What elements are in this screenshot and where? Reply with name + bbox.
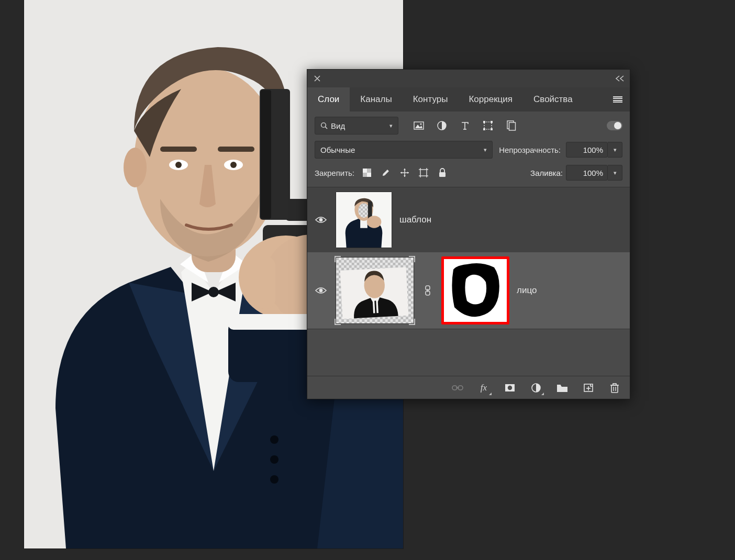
close-icon[interactable]	[313, 74, 322, 83]
visibility-toggle[interactable]	[314, 212, 328, 227]
svg-point-4	[124, 148, 147, 187]
fill-value: 100%	[583, 169, 603, 177]
chevron-down-icon: ▾	[484, 147, 487, 153]
tab-layers[interactable]: Слои	[307, 87, 350, 111]
layer-thumbnail[interactable]	[336, 192, 392, 248]
svg-point-64	[319, 289, 323, 293]
chevron-down-icon: ▾	[614, 147, 617, 153]
layer-name[interactable]: лицо	[517, 285, 537, 296]
svg-rect-53	[439, 172, 446, 177]
filter-text-icon[interactable]	[459, 120, 471, 131]
svg-point-81	[508, 385, 512, 389]
lock-artboard-icon[interactable]	[418, 167, 429, 178]
visibility-toggle[interactable]	[314, 283, 328, 298]
layer-mask-thumbnail[interactable]	[441, 256, 509, 324]
svg-rect-35	[483, 121, 485, 123]
chevron-down-icon: ▾	[389, 122, 393, 129]
opacity-input[interactable]: 100%	[566, 142, 608, 158]
filter-toggle[interactable]	[607, 121, 622, 130]
svg-point-10	[230, 162, 237, 168]
layer-effects-icon[interactable]: fx	[478, 382, 489, 394]
blend-row: Обычные ▾ Непрозрачность: 100% ▾	[307, 138, 630, 162]
lock-row: Закрепить: Заливка:	[307, 162, 630, 187]
svg-rect-5	[160, 147, 197, 152]
svg-rect-6	[218, 147, 254, 152]
svg-rect-89	[613, 384, 616, 385]
add-mask-icon[interactable]	[504, 382, 516, 394]
svg-point-23	[270, 435, 279, 444]
layers-panel: Слои Каналы Контуры Коррекция Свойства В…	[307, 69, 630, 399]
svg-rect-42	[363, 169, 367, 173]
svg-rect-18	[278, 256, 299, 314]
tab-label: Контуры	[413, 94, 448, 105]
tab-label: Слои	[318, 94, 339, 105]
opacity-value: 100%	[583, 145, 603, 154]
search-icon	[320, 122, 328, 129]
svg-point-24	[270, 455, 279, 464]
layer-row[interactable]: шаблон	[307, 187, 630, 252]
layer-thumbnail[interactable]	[336, 257, 414, 324]
opacity-dropdown[interactable]: ▾	[608, 142, 622, 158]
link-mask-icon[interactable]	[421, 285, 434, 296]
svg-rect-44	[420, 170, 427, 176]
filter-adjustment-icon[interactable]	[436, 120, 448, 131]
layers-list: шаблон	[307, 187, 630, 376]
svg-rect-87	[611, 385, 618, 393]
select-text: Обычные	[320, 145, 355, 154]
tab-properties[interactable]: Свойства	[523, 87, 583, 111]
new-layer-icon[interactable]	[583, 382, 594, 394]
tab-label: Свойства	[533, 94, 573, 105]
filter-shape-icon[interactable]	[482, 120, 494, 131]
svg-rect-34	[484, 122, 492, 129]
select-text: Вид	[331, 121, 345, 130]
panel-menu-button[interactable]	[606, 87, 630, 111]
svg-point-26	[321, 123, 326, 128]
svg-rect-38	[491, 128, 493, 130]
svg-marker-29	[415, 125, 422, 128]
svg-rect-17	[254, 256, 275, 309]
svg-line-27	[325, 127, 327, 129]
panel-tabs: Слои Каналы Контуры Коррекция Свойства	[307, 87, 630, 111]
svg-rect-37	[483, 128, 485, 130]
svg-rect-12	[261, 90, 271, 219]
svg-line-71	[375, 301, 376, 315]
fill-label: Заливка:	[530, 169, 563, 177]
svg-point-63	[367, 216, 381, 228]
tab-adjustments[interactable]: Коррекция	[458, 87, 523, 111]
layer-row[interactable]: лицо	[307, 252, 630, 329]
tab-channels[interactable]: Каналы	[350, 87, 402, 111]
layer-filter-row: Вид ▾	[307, 111, 630, 138]
delete-layer-icon[interactable]	[609, 382, 620, 394]
lock-transparent-icon[interactable]	[362, 167, 372, 178]
fill-input[interactable]: 100%	[566, 165, 608, 181]
layers-empty-area[interactable]	[307, 329, 630, 376]
chevron-down-icon: ▾	[614, 170, 617, 176]
layer-kind-select[interactable]: Вид ▾	[315, 117, 398, 135]
opacity-label: Непрозрачность:	[499, 145, 561, 154]
lock-paint-icon[interactable]	[381, 167, 391, 178]
new-group-icon[interactable]	[556, 382, 568, 394]
svg-rect-43	[367, 173, 371, 177]
svg-rect-40	[509, 122, 516, 130]
lock-all-icon[interactable]	[437, 167, 448, 178]
hamburger-icon	[613, 96, 622, 103]
panel-titlebar[interactable]	[307, 70, 630, 87]
svg-point-54	[319, 218, 323, 222]
link-layers-icon	[452, 382, 463, 394]
collapse-icon[interactable]	[615, 75, 625, 82]
tab-label: Каналы	[360, 94, 392, 105]
filter-pixel-icon[interactable]	[413, 120, 425, 131]
add-adjustment-icon[interactable]	[530, 382, 542, 394]
svg-point-30	[420, 123, 421, 125]
filter-smartobject-icon[interactable]	[505, 120, 517, 131]
fill-dropdown[interactable]: ▾	[608, 165, 622, 181]
layers-footer: fx	[307, 376, 630, 399]
tab-label: Коррекция	[469, 94, 513, 105]
layer-name[interactable]: шаблон	[399, 215, 431, 225]
tab-paths[interactable]: Контуры	[403, 87, 459, 111]
lock-position-icon[interactable]	[399, 167, 410, 178]
blend-mode-select[interactable]: Обычные ▾	[315, 141, 493, 159]
svg-point-1	[208, 287, 219, 297]
svg-rect-83	[557, 385, 561, 386]
svg-point-61	[358, 204, 370, 218]
